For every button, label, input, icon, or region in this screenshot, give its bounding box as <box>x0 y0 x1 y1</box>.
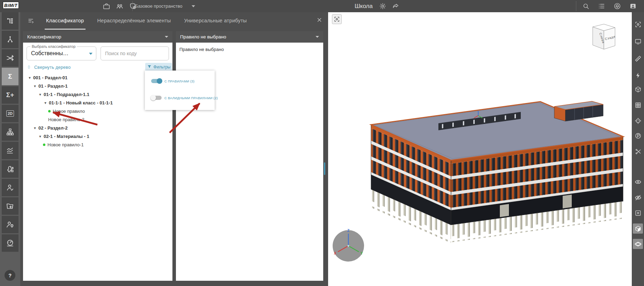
rule-card-header[interactable]: Правило не выбрано <box>176 31 323 43</box>
toggle-label: С ВАЛИДНЫМИ ПРАВИЛАМИ (2) <box>164 96 218 100</box>
fit-view-button[interactable] <box>332 14 342 24</box>
cube-shaded-icon <box>635 225 642 232</box>
classifier-select[interactable]: Выбрать классификатор Собственны… <box>27 46 96 60</box>
project-title: Школа <box>355 0 373 12</box>
scene-canvas[interactable]: Слева Сзади Z X Y <box>328 12 632 286</box>
chevron-down-icon <box>165 36 168 38</box>
box-x-icon <box>635 210 642 217</box>
tree-struct-icon <box>6 17 14 25</box>
filter-toggle-1[interactable]: С ПРАВИЛАМИ (3) <box>151 79 194 83</box>
mappings-button[interactable] <box>2 49 18 67</box>
ruler-icon <box>635 55 642 62</box>
axis-gizmo[interactable]: Z X Y <box>333 229 364 262</box>
tree-item[interactable]: ▾02 - Раздел-2 <box>23 124 172 132</box>
tab-1[interactable]: Классификатор <box>45 12 86 30</box>
tree-item[interactable]: Новое правило-1 <box>23 140 172 149</box>
quick-actions-button[interactable] <box>633 70 643 80</box>
code-search-input[interactable] <box>101 46 169 60</box>
relations-button[interactable] <box>2 31 18 48</box>
panel-collapse-icon[interactable] <box>27 17 34 24</box>
axis-z-label: Z <box>347 229 349 233</box>
help-button[interactable]: ? <box>5 270 15 281</box>
tree-caret-icon[interactable]: ▾ <box>38 93 43 96</box>
charts-button[interactable] <box>2 142 18 159</box>
share-icon[interactable] <box>392 2 399 10</box>
tree-caret-icon[interactable]: ▾ <box>43 101 48 105</box>
tree-caret-icon[interactable]: ▾ <box>32 126 37 130</box>
team-icon[interactable] <box>116 2 124 10</box>
viewport-3d[interactable]: Слева Сзади Z X Y <box>328 12 632 286</box>
user-locations-button[interactable] <box>2 216 18 233</box>
tab-3[interactable]: Универсальные атрибуты <box>183 12 248 30</box>
model-view-button[interactable] <box>633 84 643 94</box>
list-menu-icon[interactable] <box>598 2 605 10</box>
tree-item[interactable]: Новое правило-2 <box>23 115 172 124</box>
shuffle-icon <box>6 54 14 62</box>
chart-waves-icon <box>6 146 14 155</box>
tab-2[interactable]: Нераспределённые элементы <box>96 12 172 30</box>
classifier-add-sigma-button[interactable]: Σ+ <box>2 86 18 104</box>
axis-y-label: Y <box>361 251 363 255</box>
fit-view-icon <box>635 21 642 28</box>
briefcase-icon[interactable] <box>103 2 110 10</box>
structure-button[interactable] <box>2 123 18 141</box>
app-logo[interactable]: BiMiT <box>3 2 19 9</box>
filter-funnel-icon <box>147 64 152 70</box>
show-elements-button[interactable] <box>633 177 643 187</box>
tree-item-label: Новое правило-1 <box>47 142 84 147</box>
collapse-tree-link[interactable]: Свернуть дерево <box>27 64 71 71</box>
isolate-button[interactable] <box>633 208 643 218</box>
screen-share-button[interactable] <box>633 36 643 46</box>
classifier-sigma-button[interactable]: Σ <box>2 68 18 85</box>
classifier-card-header[interactable]: Классификатор <box>23 31 172 43</box>
settings-gear-icon[interactable] <box>379 2 386 10</box>
plans-button[interactable] <box>633 131 643 141</box>
filters-button[interactable]: Фильтры <box>145 63 172 71</box>
notifications-bell-icon[interactable] <box>614 2 621 10</box>
toggle-switch[interactable] <box>151 79 162 83</box>
chevron-down-icon <box>192 5 195 7</box>
tree-caret-icon[interactable]: ▾ <box>27 76 32 80</box>
unfold-icon <box>27 65 31 71</box>
account-icon[interactable] <box>629 2 637 10</box>
tree-caret-icon[interactable]: ▾ <box>32 84 37 88</box>
toggle-knob <box>150 95 156 101</box>
left-toolbar: ? ΣΣ+2D <box>0 12 20 286</box>
folder-share-icon <box>6 202 14 210</box>
dashboard-button[interactable] <box>2 234 18 252</box>
orbit-mode-button[interactable] <box>633 239 643 249</box>
user-tasks-button[interactable] <box>2 179 18 196</box>
shaded-mode-button[interactable] <box>633 223 643 234</box>
toggle-switch[interactable] <box>151 96 162 100</box>
grid-view-button[interactable] <box>633 100 643 110</box>
filters-popup: С ПРАВИЛАМИ (3)С ВАЛИДНЫМИ ПРАВИЛАМИ (2) <box>145 71 215 110</box>
section-icon <box>635 148 642 155</box>
tree-item[interactable]: ▾02-1 - Материалы - 1 <box>23 132 172 140</box>
rule-empty-text: Правило не выбрано <box>179 47 224 52</box>
org-chart-icon <box>6 128 14 136</box>
section-cut-button[interactable] <box>633 146 643 156</box>
building-3d-model[interactable] <box>371 101 623 243</box>
classifier-workspace-panel: КлассификаторНераспределённые элементыУн… <box>20 12 328 286</box>
hide-elements-button[interactable] <box>633 192 643 203</box>
model-tree-button[interactable] <box>2 12 18 30</box>
shared-folders-button[interactable] <box>2 197 18 215</box>
rule-status-dot <box>43 144 45 146</box>
search-icon[interactable] <box>582 2 590 10</box>
tree-item-label: 02 - Раздел-2 <box>38 125 68 131</box>
view-cube[interactable]: Слева Сзади <box>593 24 616 49</box>
panel-resize-handle[interactable] <box>324 162 325 175</box>
topbar-left-icons <box>103 0 137 12</box>
close-icon[interactable] <box>316 17 323 24</box>
locate-button[interactable] <box>633 116 643 126</box>
flash-icon <box>635 72 642 79</box>
right-toolbar <box>632 12 644 286</box>
drawings-2d-button[interactable]: 2D <box>2 105 18 122</box>
tree-caret-icon[interactable]: ▾ <box>38 134 43 138</box>
measure-button[interactable] <box>633 53 643 64</box>
workspace-selector[interactable]: Базовое пространство <box>135 0 195 12</box>
plugins-button[interactable] <box>2 160 18 178</box>
filter-toggle-2[interactable]: С ВАЛИДНЫМИ ПРАВИЛАМИ (2) <box>151 96 218 100</box>
axis-x-label: X <box>334 251 336 255</box>
fit-view-button[interactable] <box>633 19 643 29</box>
